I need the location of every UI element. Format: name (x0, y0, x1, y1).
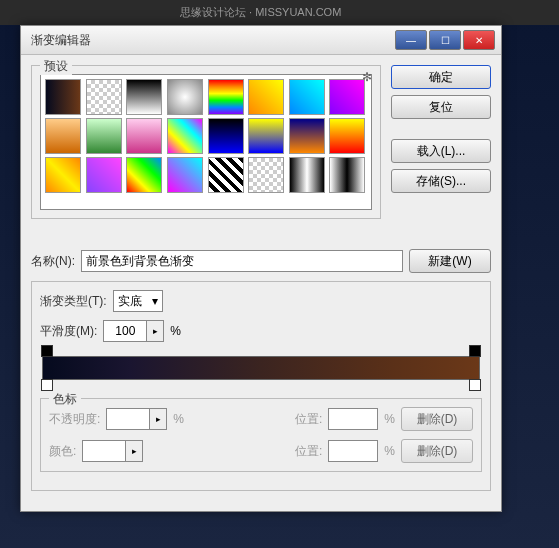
window-buttons: — ☐ ✕ (395, 30, 495, 50)
delete1-button: 删除(D) (401, 407, 473, 431)
stops-fieldset: 色标 不透明度: ▸ % 位置: % 删除(D) 颜色: ▸ 位置: (40, 398, 482, 472)
opacity-stop-left[interactable] (41, 345, 53, 357)
color-stop-right[interactable] (469, 379, 481, 391)
smooth-label: 平滑度(M): (40, 323, 97, 340)
gradient-preview-bar[interactable] (42, 356, 480, 380)
watermark-bar: 思缘设计论坛 · MISSYUAN.COM (0, 0, 559, 25)
minimize-button[interactable]: — (395, 30, 427, 50)
presets-legend: 预设 (40, 58, 72, 75)
position1-label: 位置: (295, 411, 322, 428)
name-input[interactable] (81, 250, 403, 272)
maximize-button[interactable]: ☐ (429, 30, 461, 50)
preset-swatch[interactable] (208, 118, 244, 154)
preset-swatch[interactable] (289, 118, 325, 154)
smooth-stepper[interactable]: ▸ (103, 320, 164, 342)
gradient-editor-dialog: 渐变编辑器 — ☐ ✕ 预设 ✻ 确定 复位 载入(L)... 存储(S)... (20, 25, 502, 512)
preset-swatch[interactable] (248, 79, 284, 115)
preset-swatch[interactable] (45, 157, 81, 193)
color-stop-left[interactable] (41, 379, 53, 391)
gradient-settings-fieldset: 渐变类型(T): 实底 平滑度(M): ▸ % 色标 不透明 (31, 281, 491, 491)
preset-swatch[interactable] (167, 79, 203, 115)
load-button[interactable]: 载入(L)... (391, 139, 491, 163)
preset-swatch[interactable] (248, 157, 284, 193)
preset-swatch[interactable] (208, 79, 244, 115)
percent-label: % (170, 324, 181, 338)
stops-legend: 色标 (49, 391, 81, 408)
preset-swatch[interactable] (167, 157, 203, 193)
preset-swatch[interactable] (329, 157, 365, 193)
preset-swatch[interactable] (248, 118, 284, 154)
new-button[interactable]: 新建(W) (409, 249, 491, 273)
position2-input (328, 440, 378, 462)
preset-grid (45, 79, 367, 193)
preset-swatch[interactable] (86, 79, 122, 115)
arrow-right-icon[interactable]: ▸ (146, 320, 164, 342)
name-label: 名称(N): (31, 253, 75, 270)
preset-swatch[interactable] (86, 118, 122, 154)
preset-swatch[interactable] (289, 79, 325, 115)
delete2-button: 删除(D) (401, 439, 473, 463)
gear-icon[interactable]: ✻ (362, 70, 372, 84)
preset-swatch[interactable] (45, 118, 81, 154)
presets-scroll[interactable] (40, 74, 372, 210)
color-input (82, 440, 126, 462)
preset-swatch[interactable] (167, 118, 203, 154)
opacity-stop-right[interactable] (469, 345, 481, 357)
smooth-input[interactable] (103, 320, 147, 342)
presets-fieldset: 预设 ✻ (31, 65, 381, 219)
preset-swatch[interactable] (45, 79, 81, 115)
preset-swatch[interactable] (126, 79, 162, 115)
position2-label: 位置: (295, 443, 322, 460)
preset-swatch[interactable] (208, 157, 244, 193)
opacity-input (106, 408, 150, 430)
save-button[interactable]: 存储(S)... (391, 169, 491, 193)
ok-button[interactable]: 确定 (391, 65, 491, 89)
arrow-icon: ▸ (125, 440, 143, 462)
preset-swatch[interactable] (329, 79, 365, 115)
grad-type-select[interactable]: 实底 (113, 290, 163, 312)
preset-swatch[interactable] (329, 118, 365, 154)
preset-swatch[interactable] (126, 118, 162, 154)
dialog-title: 渐变编辑器 (27, 32, 395, 49)
close-button[interactable]: ✕ (463, 30, 495, 50)
opacity-label: 不透明度: (49, 411, 100, 428)
position1-input (328, 408, 378, 430)
watermark-text: 思缘设计论坛 · MISSYUAN.COM (180, 5, 341, 20)
preset-swatch[interactable] (86, 157, 122, 193)
preset-swatch[interactable] (126, 157, 162, 193)
titlebar[interactable]: 渐变编辑器 — ☐ ✕ (21, 26, 501, 55)
preset-swatch[interactable] (289, 157, 325, 193)
grad-type-label: 渐变类型(T): (40, 293, 107, 310)
arrow-icon: ▸ (149, 408, 167, 430)
reset-button[interactable]: 复位 (391, 95, 491, 119)
color-label: 颜色: (49, 443, 76, 460)
